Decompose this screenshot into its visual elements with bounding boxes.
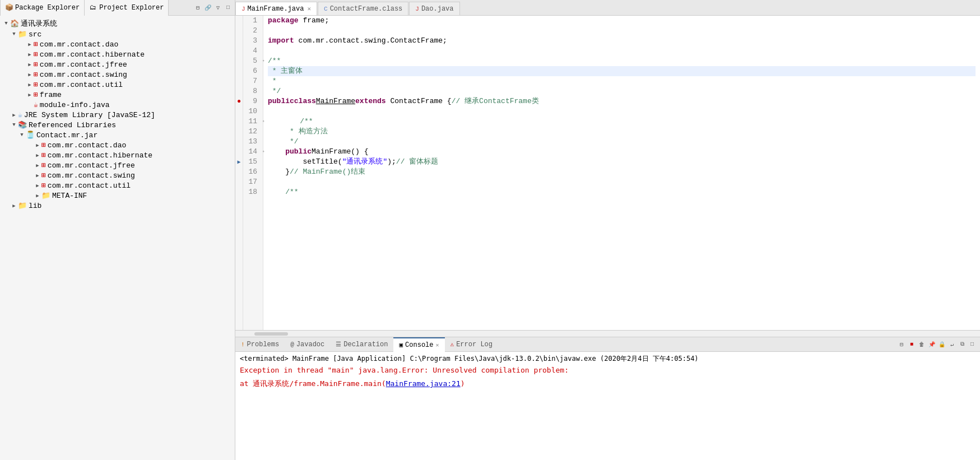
lib-label: lib [29,202,41,210]
code-line-12: * 构造方法 [268,127,976,137]
tab-contactframe-class[interactable]: C ContactFrame.class [318,2,408,15]
console-content: <terminated> MainFrame [Java Application… [235,352,980,460]
tab-error-log[interactable]: ⚠ Error Log [445,337,498,352]
open-console-button[interactable]: ⧉ [958,340,967,349]
tree-item-module-info[interactable]: ▶ ☕ module-info.java [0,100,235,110]
collapse-all-button[interactable]: ⊟ [193,3,202,12]
referenced-libraries-icon: 📚 [18,120,27,129]
tab-project-explorer[interactable]: 🗂 Project Explorer [85,0,169,16]
link-with-editor-button[interactable]: 🔗 [203,3,212,12]
tree-item-pkg-swing[interactable]: ▶ ⊞ com.mr.contact.swing [0,69,235,80]
project-name: 通讯录系统 [21,18,57,29]
app-container: 📦 Package Explorer 🗂 Project Explorer ⊟ … [0,0,980,460]
line-num-8: 8 [247,86,259,96]
tab-console[interactable]: ▣ Console ✕ [393,337,444,352]
contact-jar-label: Contact.mr.jar [36,131,97,140]
module-info-label: module-info.java [40,101,110,109]
code-line-14: public MainFrame() { [268,147,976,157]
pkg-jfree-icon: ⊞ [34,60,38,69]
clear-console-button[interactable]: 🗑 [917,340,926,349]
gutter-4 [235,46,243,56]
console-tab-close[interactable]: ✕ [436,342,439,349]
tab-mainframe-java[interactable]: J MainFrame.java ✕ [235,2,317,15]
bottom-controls: ⊟ ■ 🗑 📌 🔒 ↵ ⧉ □ [897,340,980,349]
code-line-5: /** [268,56,976,66]
gutter-9: ● [235,96,243,106]
word-wrap-button[interactable]: ↵ [948,340,956,349]
tab-declaration[interactable]: ☰ Declaration [330,337,393,352]
tree-item-jar-pkg-dao[interactable]: ▶ ⊞ com.mr.contact.dao [0,140,235,150]
tree-item-pkg-util[interactable]: ▶ ⊞ com.mr.contact.util [0,80,235,90]
tree-item-jar-pkg-util[interactable]: ▶ ⊞ com.mr.contact.util [0,180,235,190]
jar-pkg-hibernate-arrow: ▶ [34,152,41,159]
tree-item-frame[interactable]: ▶ ⊞ frame [0,90,235,100]
code-line-6: * 主窗体 [268,66,976,76]
editor-tabs: J MainFrame.java ✕ C ContactFrame.class … [235,0,980,16]
code-line-11: /** [268,117,976,127]
code-line-1: package frame; [268,16,976,26]
contactframe-tab-label: ContactFrame.class [330,5,403,13]
src-label: src [29,30,41,39]
pin-console-button[interactable]: 📌 [927,340,936,349]
minimize-console-button[interactable]: ⊟ [897,340,906,349]
tree-item-jar-pkg-swing[interactable]: ▶ ⊞ com.mr.contact.swing [0,170,235,180]
gutter-12 [235,127,243,137]
tree-item-jar-pkg-jfree[interactable]: ▶ ⊞ com.mr.contact.jfree [0,160,235,170]
jar-pkg-jfree-arrow: ▶ [34,162,41,169]
jre-icon: ☕ [18,110,22,119]
code-line-7: * [268,76,976,86]
tab-javadoc[interactable]: @ Javadoc [285,337,330,352]
referenced-libraries-label: Referenced Libraries [29,121,116,129]
sidebar-tabs: 📦 Package Explorer 🗂 Project Explorer ⊟ … [0,0,235,16]
tab-dao-java[interactable]: J Dao.java [409,2,459,15]
maximize-console-button[interactable]: □ [968,340,977,349]
pkg-swing-label: com.mr.contact.swing [40,71,127,79]
left-gutter: ● ▶ [235,16,243,330]
jar-pkg-util-arrow: ▶ [34,183,41,189]
pkg-util-icon: ⊞ [34,80,38,89]
horizontal-scrollbar[interactable] [235,330,980,337]
package-explorer-icon: 📦 [5,4,13,12]
tab-problems[interactable]: ! Problems [235,337,285,352]
console-stack-link[interactable]: MainFrame.java:21 [386,379,461,388]
tree-item-pkg-jfree[interactable]: ▶ ⊞ com.mr.contact.jfree [0,59,235,69]
code-line-2 [268,26,976,36]
mainframe-tab-close[interactable]: ✕ [307,5,311,12]
package-explorer-label: Package Explorer [15,4,80,12]
tree-item-jre[interactable]: ▶ ☕ JRE System Library [JavaSE-12] [0,110,235,120]
gutter-15: ▶ [235,157,243,167]
pkg-dao-icon: ⊞ [34,40,38,49]
bottom-panel: ! Problems @ Javadoc ☰ Declaration ▣ Con… [235,337,980,460]
scrollbar-thumb [254,332,288,336]
tree-item-contact-jar[interactable]: ▼ 🫙 Contact.mr.jar [0,130,235,140]
stop-button[interactable]: ■ [907,340,916,349]
view-menu-button[interactable]: ▽ [213,3,222,12]
tree-item-lib[interactable]: ▶ 📁 lib [0,201,235,211]
meta-inf-arrow: ▶ [34,193,41,199]
gutter-11 [235,117,243,127]
line-num-9: 9 [247,96,259,106]
pkg-hibernate-label: com.mr.contact.hibernate [40,50,145,59]
tree-item-jar-pkg-hibernate[interactable]: ▶ ⊞ com.mr.contact.hibernate [0,150,235,160]
tree-item-meta-inf[interactable]: ▶ 📁 META-INF [0,190,235,201]
tab-package-explorer[interactable]: 📦 Package Explorer [0,0,85,16]
error-log-label: Error Log [456,341,493,349]
pkg-util-arrow: ▶ [26,82,34,88]
maximize-button[interactable]: □ [224,3,233,12]
console-label: Console [405,341,433,349]
tree-item-referenced-libraries[interactable]: ▼ 📚 Referenced Libraries [0,120,235,130]
tree-item-pkg-hibernate[interactable]: ▶ ⊞ com.mr.contact.hibernate [0,49,235,59]
line-num-13: 13 [247,137,259,147]
code-content[interactable]: package frame; import com.mr.contact.swi… [263,16,980,330]
tree-item-project[interactable]: ▼ 🏠 通讯录系统 [0,18,235,29]
tree-item-src[interactable]: ▼ 📁 src [0,29,235,39]
scroll-lock-button[interactable]: 🔒 [937,340,946,349]
tree-item-pkg-dao[interactable]: ▶ ⊞ com.mr.contact.dao [0,39,235,49]
referenced-libraries-arrow: ▼ [10,122,18,128]
contact-jar-icon: 🫙 [26,131,35,140]
line-num-14: 14◦ [247,147,259,157]
line-num-1: 1 [247,16,259,26]
console-stack-end: ) [461,379,465,388]
line-num-4: 4 [247,46,259,56]
code-editor[interactable]: ● ▶ 1 2 [235,16,980,330]
